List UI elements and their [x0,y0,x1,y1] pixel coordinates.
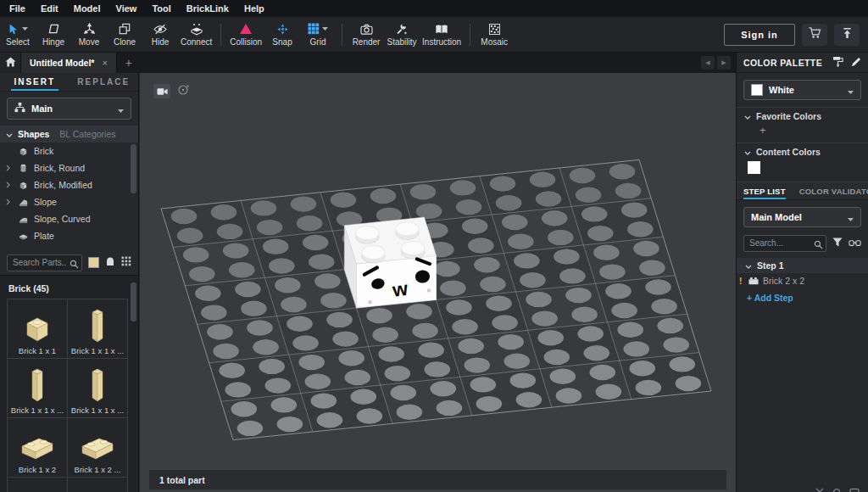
goggles-icon[interactable] [849,235,861,250]
step-header-step-1[interactable]: Step 1 [737,258,868,273]
menu-file[interactable]: File [2,0,33,17]
category-slope-curved[interactable]: Slope, Curved [0,210,138,227]
cat-round-icon [16,163,30,174]
menu-view[interactable]: View [108,0,145,17]
tab-scroll-right-button[interactable]: ▶ [717,56,731,70]
chevron-right-icon [4,182,12,188]
toolbar-divider [470,24,470,46]
category-slope[interactable]: Slope [0,193,138,210]
grid-view-icon[interactable] [121,254,131,270]
menu-bar: FileEditModelViewToolBrickLinkHelp [0,0,868,17]
part-brick-1-x-1[interactable]: Brick 1 x 1 [8,299,68,359]
category-clipped[interactable] [0,244,138,249]
edit-icon[interactable] [851,57,861,69]
part-brick-1-x-2[interactable]: Brick 1 x 2 ... [68,418,128,478]
viewport-3d[interactable]: w 1 total part [140,73,736,492]
tab-step-list[interactable]: STEP LIST [737,182,793,199]
part-brick-1-x-1-x[interactable]: Brick 1 x 1 x ... [68,299,128,359]
camera-view-button[interactable] [153,84,170,98]
step-item-brick-2-x-2[interactable]: ! Brick 2 x 2 [737,273,868,288]
category-brick[interactable]: Brick [0,143,138,159]
part-brick-1-x-1-x[interactable]: Brick 1 x 1 x ... [68,359,128,418]
sign-in-button[interactable]: Sign in [724,24,795,46]
menu-edit[interactable]: Edit [33,0,66,17]
category-scrollbar[interactable] [131,144,136,193]
camera-icon [157,84,168,99]
tab-insert[interactable]: INSERT [0,73,70,91]
tool-collision[interactable]: Collision [227,18,264,52]
brick-icon [748,277,759,285]
color-palette-header: COLOR PALETTE [737,53,868,73]
tool-select[interactable]: Select [0,18,36,52]
category-brick-round[interactable]: Brick, Round [0,159,138,176]
toolbar: Select Hinge Move Clone Hide Connect Col… [0,17,868,53]
tool-render[interactable]: Render [348,18,384,52]
mini-icon-2[interactable] [832,486,841,492]
hide-icon [153,22,167,36]
model-dropdown[interactable]: Main Model [743,207,861,227]
tool-hide[interactable]: Hide [142,18,178,52]
category-list: Brick Brick, Round Brick, Modified Slope… [0,143,138,249]
reset-rotation-button[interactable] [175,84,190,98]
cart-button[interactable] [802,24,827,46]
tool-move[interactable]: Move [71,18,107,52]
upload-button[interactable] [834,24,860,46]
home-icon [5,55,16,70]
content-color-white-swatch[interactable] [748,161,760,174]
menu-bricklink[interactable]: BrickLink [179,0,236,17]
paint-roller-icon[interactable] [832,56,843,69]
add-step-button[interactable]: + Add Step [737,288,868,303]
menu-tool[interactable]: Tool [144,0,178,17]
new-tab-button[interactable]: + [117,53,141,73]
tab-untitled-model[interactable]: Untitled Model* × [21,53,117,73]
favorite-colors-header[interactable]: Favorite Colors [737,108,868,125]
mini-icon-1[interactable] [815,486,824,492]
home-button[interactable] [0,53,21,73]
tool-hinge[interactable]: Hinge [36,18,71,52]
bl-categories-tab[interactable]: BL Categories [59,129,115,139]
shapes-tab[interactable]: Shapes [18,129,49,139]
color-dropdown[interactable]: White [743,80,861,100]
mini-icon-3[interactable] [849,486,860,492]
tab-strip: Untitled Model* × + ◀ ▶ [0,53,736,73]
shapes-categories-bar: Shapes BL Categories [0,126,138,143]
filter-icon[interactable] [832,235,843,250]
rotate-icon [177,84,189,99]
cat-curve-icon [16,214,30,225]
part-item[interactable] [68,478,128,492]
category-plate[interactable]: Plate [0,227,138,244]
tool-stability[interactable]: Stability [384,18,420,52]
content-colors-header[interactable]: Content Colors [737,143,868,160]
tool-instruction[interactable]: Instruction [420,18,464,52]
cat-mod-icon [16,180,30,191]
menu-model[interactable]: Model [66,0,108,17]
close-icon[interactable]: × [102,58,107,68]
color-filter-swatch[interactable] [88,257,99,268]
cat-plate-icon [16,231,30,242]
parts-search-box [7,254,82,271]
tool-clone[interactable]: Clone [107,18,142,52]
part-brick-1-x-2[interactable]: Brick 1 x 2 [8,418,68,478]
part-item[interactable] [8,478,68,492]
group-dropdown[interactable]: Main [7,98,131,120]
part-brick-1-x-1-x[interactable]: Brick 1 x 1 x ... [8,359,68,418]
color-dropdown-value: White [769,85,842,95]
tool-mosaic[interactable]: Mosaic [476,18,512,52]
tab-color-validator[interactable]: COLOR VALIDATOR [793,182,868,199]
chevron-right-icon [4,198,12,205]
category-brick-modified[interactable]: Brick, Modified [0,176,138,193]
tab-scroll-left-button[interactable]: ◀ [701,56,715,70]
panel-bottom-toolbar[interactable] [737,486,868,492]
parts-scrollbar[interactable] [131,282,136,321]
render-icon [360,22,373,36]
tool-snap[interactable]: Snap [264,18,300,52]
warning-icon: ! [739,277,744,286]
tab-replace[interactable]: REPLACE [70,73,139,91]
add-favorite-color-button[interactable]: + [737,125,868,141]
tab-scroll-controls: ◀ ▶ [701,53,736,73]
menu-help[interactable]: Help [236,0,272,17]
bag-icon[interactable] [105,254,115,270]
tool-connect[interactable]: Connect [178,18,214,52]
tool-grid[interactable]: Grid [300,18,336,52]
chevron-down-icon [744,147,751,157]
